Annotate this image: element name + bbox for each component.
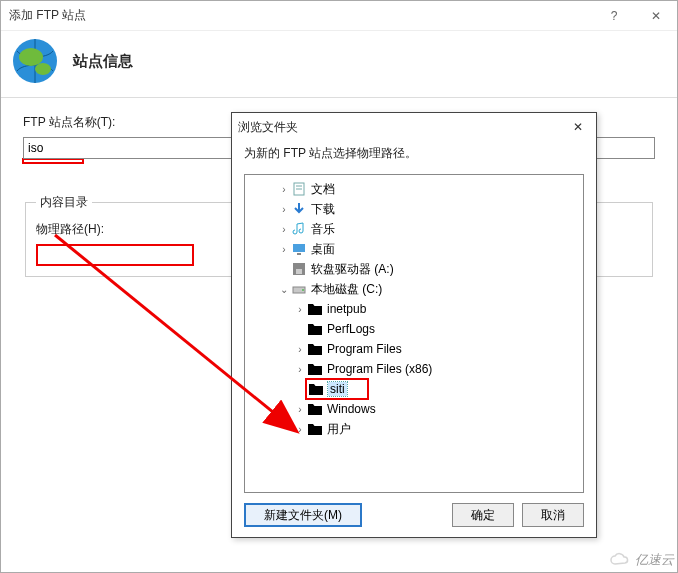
chevron-right-icon[interactable]: › [293, 424, 307, 435]
music-icon [291, 221, 307, 237]
watermark: 亿速云 [609, 551, 674, 569]
chevron-right-icon[interactable]: › [277, 244, 291, 255]
cancel-button[interactable]: 取消 [522, 503, 584, 527]
main-title-bar: 添加 FTP 站点 ? ✕ [1, 1, 677, 31]
folder-icon [308, 381, 324, 397]
tree-node-perflogs[interactable]: PerfLogs [245, 319, 583, 339]
chevron-right-icon[interactable]: › [293, 364, 307, 375]
tree-node-documents[interactable]: ›文档 [245, 179, 583, 199]
tree-node-program-files[interactable]: ›Program Files [245, 339, 583, 359]
tree-node-downloads[interactable]: ›下载 [245, 199, 583, 219]
folder-icon [307, 401, 323, 417]
annotation-highlight-2 [36, 244, 194, 266]
chevron-right-icon[interactable]: › [293, 404, 307, 415]
folder-icon [307, 321, 323, 337]
folder-icon [307, 361, 323, 377]
folder-icon [307, 341, 323, 357]
svg-point-2 [35, 63, 51, 75]
page-heading: 站点信息 [73, 52, 133, 71]
svg-rect-9 [296, 269, 302, 274]
dialog-title-bar: 浏览文件夹 ✕ [232, 113, 596, 141]
chevron-right-icon[interactable]: › [293, 304, 307, 315]
folder-icon [307, 301, 323, 317]
folder-tree[interactable]: ›文档 ›下载 ›音乐 ›桌面 软盘驱动器 (A:) ⌄本地磁盘 (C:) ›i… [244, 174, 584, 493]
svg-point-11 [302, 289, 304, 291]
main-window-title: 添加 FTP 站点 [1, 7, 94, 24]
tree-node-inetpub[interactable]: ›inetpub [245, 299, 583, 319]
tree-node-windows[interactable]: ›Windows [245, 399, 583, 419]
ok-button[interactable]: 确定 [452, 503, 514, 527]
desktop-icon [291, 241, 307, 257]
blank-expander [293, 324, 307, 335]
cloud-icon [609, 552, 631, 568]
chevron-right-icon[interactable]: › [277, 184, 291, 195]
browse-folder-dialog: 浏览文件夹 ✕ 为新的 FTP 站点选择物理路径。 ›文档 ›下载 ›音乐 ›桌… [231, 112, 597, 538]
chevron-down-icon[interactable]: ⌄ [277, 284, 291, 295]
document-icon [291, 181, 307, 197]
dialog-title: 浏览文件夹 [238, 119, 298, 136]
tree-node-siti[interactable]: siti [245, 379, 583, 399]
chevron-right-icon[interactable]: › [293, 344, 307, 355]
tree-node-program-files-x86[interactable]: ›Program Files (x86) [245, 359, 583, 379]
chevron-right-icon[interactable]: › [277, 224, 291, 235]
tree-node-floppy[interactable]: 软盘驱动器 (A:) [245, 259, 583, 279]
blank-expander [277, 264, 291, 275]
globe-icon [11, 37, 59, 85]
dialog-button-row: 新建文件夹(M) 确定 取消 [232, 493, 596, 537]
tree-node-music[interactable]: ›音乐 [245, 219, 583, 239]
dialog-close-button[interactable]: ✕ [566, 118, 590, 136]
content-dir-legend: 内容目录 [36, 194, 92, 211]
svg-rect-7 [297, 253, 301, 255]
folder-icon [307, 421, 323, 437]
help-button[interactable]: ? [593, 5, 635, 27]
drive-icon [291, 281, 307, 297]
download-icon [291, 201, 307, 217]
dialog-subtitle: 为新的 FTP 站点选择物理路径。 [232, 141, 596, 174]
new-folder-button[interactable]: 新建文件夹(M) [244, 503, 362, 527]
svg-point-1 [19, 48, 43, 66]
annotation-highlight-3: siti [305, 378, 369, 400]
tree-node-desktop[interactable]: ›桌面 [245, 239, 583, 259]
floppy-icon [291, 261, 307, 277]
svg-rect-6 [293, 244, 305, 252]
tree-node-users[interactable]: ›用户 [245, 419, 583, 439]
close-button[interactable]: ✕ [635, 5, 677, 27]
main-header: 站点信息 [1, 31, 677, 98]
chevron-right-icon[interactable]: › [277, 204, 291, 215]
tree-node-local-disk[interactable]: ⌄本地磁盘 (C:) [245, 279, 583, 299]
